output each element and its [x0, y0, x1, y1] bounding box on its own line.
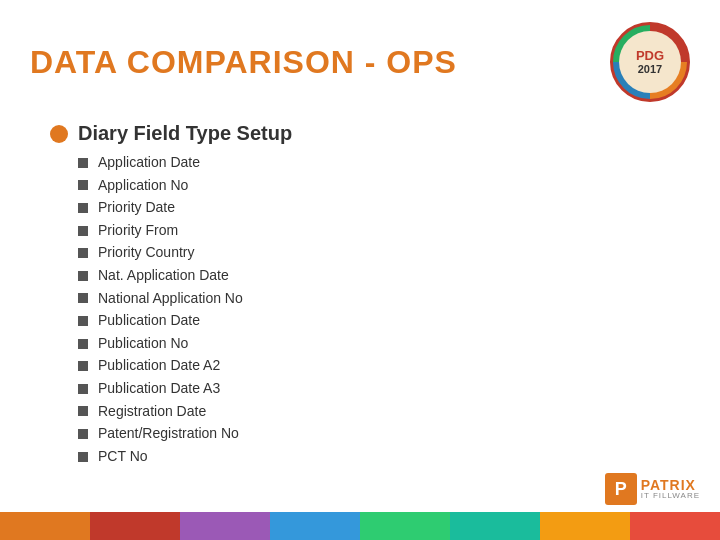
section-heading-text: Diary Field Type Setup	[78, 122, 292, 145]
square-bullet-icon	[78, 384, 88, 394]
square-bullet-icon	[78, 293, 88, 303]
bottom-bar-segment	[270, 512, 360, 540]
bottom-bar-segment	[90, 512, 180, 540]
list-item: Priority Date	[78, 198, 690, 218]
list-item-text: National Application No	[98, 289, 243, 309]
logo-pdg: PDG	[636, 48, 664, 64]
slide-title: DATA COMPARISON - OPS	[30, 44, 610, 81]
section-heading: Diary Field Type Setup	[50, 122, 690, 145]
list-item-text: Publication Date	[98, 311, 200, 331]
square-bullet-icon	[78, 452, 88, 462]
square-bullet-icon	[78, 361, 88, 371]
list-item-text: Registration Date	[98, 402, 206, 422]
square-bullet-icon	[78, 406, 88, 416]
list-item: Registration Date	[78, 402, 690, 422]
orange-bullet-icon	[50, 125, 68, 143]
list-item-text: Patent/Registration No	[98, 424, 239, 444]
list-item-text: Publication No	[98, 334, 188, 354]
patrix-sub: IT FILLWARE	[641, 492, 700, 500]
square-bullet-icon	[78, 429, 88, 439]
bottom-bar-segment	[540, 512, 630, 540]
list-item: Publication No	[78, 334, 690, 354]
bottom-bar-segment	[0, 512, 90, 540]
list-item-text: Publication Date A3	[98, 379, 220, 399]
bottom-bar-segment	[450, 512, 540, 540]
square-bullet-icon	[78, 203, 88, 213]
list-item: Publication Date A3	[78, 379, 690, 399]
list-item: Application Date	[78, 153, 690, 173]
bottom-bar-segment	[360, 512, 450, 540]
list-item: Nat. Application Date	[78, 266, 690, 286]
list-item: Publication Date	[78, 311, 690, 331]
list-item-text: Priority Country	[98, 243, 194, 263]
square-bullet-icon	[78, 339, 88, 349]
bottom-bar	[0, 512, 720, 540]
patrix-text: PATRIX IT FILLWARE	[641, 478, 700, 500]
square-bullet-icon	[78, 226, 88, 236]
list-item-text: Publication Date A2	[98, 356, 220, 376]
list-item-text: Application No	[98, 176, 188, 196]
bottom-logo: P PATRIX IT FILLWARE	[605, 473, 700, 505]
header: DATA COMPARISON - OPS PDG 2017	[0, 0, 720, 112]
list-item-text: Priority From	[98, 221, 178, 241]
list-item-text: Priority Date	[98, 198, 175, 218]
logo-year: 2017	[638, 63, 662, 76]
bottom-bar-segment	[180, 512, 270, 540]
list-item: Publication Date A2	[78, 356, 690, 376]
content: Diary Field Type Setup Application DateA…	[0, 112, 720, 479]
patrix-logo-icon: P	[605, 473, 637, 505]
square-bullet-icon	[78, 248, 88, 258]
list-item: National Application No	[78, 289, 690, 309]
list-item: PCT No	[78, 447, 690, 467]
list-item: Priority Country	[78, 243, 690, 263]
square-bullet-icon	[78, 316, 88, 326]
square-bullet-icon	[78, 158, 88, 168]
list-item: Patent/Registration No	[78, 424, 690, 444]
list-item: Application No	[78, 176, 690, 196]
patrix-brand: PATRIX	[641, 478, 700, 492]
logo-inner: PDG 2017	[619, 31, 681, 93]
field-list: Application DateApplication NoPriority D…	[50, 153, 690, 466]
list-item: Priority From	[78, 221, 690, 241]
square-bullet-icon	[78, 180, 88, 190]
bottom-bar-segment	[630, 512, 720, 540]
square-bullet-icon	[78, 271, 88, 281]
slide: DATA COMPARISON - OPS PDG 2017 Diary Fie…	[0, 0, 720, 540]
list-item-text: Nat. Application Date	[98, 266, 229, 286]
logo-circle: PDG 2017	[610, 22, 690, 102]
list-item-text: Application Date	[98, 153, 200, 173]
list-item-text: PCT No	[98, 447, 148, 467]
